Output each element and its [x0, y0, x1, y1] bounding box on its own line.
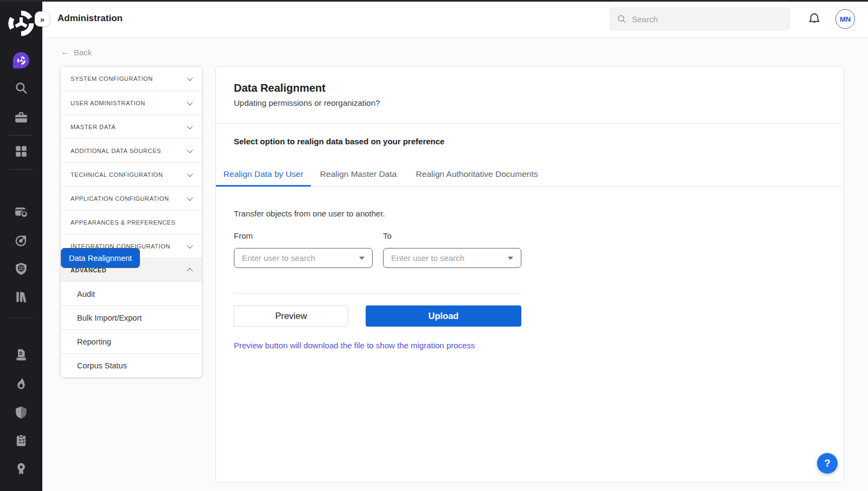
window-top-edge	[0, 0, 868, 2]
flame-activity-icon[interactable]	[0, 377, 42, 391]
tab-realign-data-by-user[interactable]: Realign Data by User	[216, 162, 311, 186]
user-avatar[interactable]: MN	[835, 9, 855, 29]
section-heading: Select option to realign data based on y…	[234, 137, 444, 146]
shield-protection-icon[interactable]	[0, 405, 42, 419]
security-globe-icon[interactable]	[0, 262, 42, 276]
billing-alerts-icon[interactable]	[0, 205, 42, 219]
card-subtitle: Updating permissions or reorganization?	[234, 98, 380, 107]
library-icon[interactable]	[0, 290, 42, 304]
from-user-select[interactable]	[234, 248, 373, 268]
chevron-down-icon	[187, 194, 193, 200]
clipboard-tasks-icon[interactable]	[0, 433, 42, 448]
chevron-down-icon	[187, 146, 193, 152]
preview-note: Preview button will download the file to…	[234, 341, 475, 350]
chevron-down-icon	[187, 99, 193, 105]
search-icon[interactable]	[0, 81, 42, 95]
to-label: To	[383, 231, 392, 240]
menu-item-data-realignment[interactable]: Data Realignment	[61, 248, 140, 268]
briefcase-icon[interactable]	[0, 111, 42, 125]
chevron-down-icon	[187, 123, 193, 129]
back-link[interactable]: ← Back	[61, 47, 92, 58]
global-search[interactable]	[609, 7, 790, 31]
dropdown-caret-icon	[359, 257, 365, 260]
chevron-up-icon	[187, 267, 193, 273]
rail-divider	[9, 317, 33, 318]
tab-realign-master-data[interactable]: Realign Master Data	[311, 162, 406, 186]
help-button[interactable]: ?	[817, 453, 838, 474]
to-user-input[interactable]	[391, 253, 503, 263]
chevron-down-icon	[187, 242, 193, 248]
menu-section-technical-configuration[interactable]: TECHNICAL CONFIGURATION	[61, 162, 202, 186]
rail-divider	[9, 169, 33, 170]
upload-button[interactable]: Upload	[366, 305, 521, 327]
menu-item-corpus-status[interactable]: Corpus Status	[61, 353, 202, 377]
preview-button[interactable]: Preview	[234, 305, 348, 327]
card-title: Data Realignment	[234, 82, 326, 94]
back-arrow-icon: ←	[61, 47, 70, 58]
menu-item-audit[interactable]: Audit	[61, 282, 202, 305]
from-label: From	[234, 231, 253, 240]
menu-section-user-administration[interactable]: USER ADMINISTRATION	[61, 91, 202, 114]
admin-menu: SYSTEM CONFIGURATION USER ADMINISTRATION…	[60, 66, 202, 378]
menu-section-appearances-preferences[interactable]: APPEARANCES & PREFERENCES	[61, 210, 202, 234]
menu-section-master-data[interactable]: MASTER DATA	[61, 114, 202, 138]
transfer-description: Transfer objects from one user to anothe…	[234, 209, 385, 218]
data-realignment-card: Data Realignment Updating permissions or…	[215, 66, 844, 483]
top-header: Administration MN	[42, 0, 868, 38]
left-rail	[0, 0, 42, 491]
notifications-bell-icon[interactable]	[807, 12, 821, 26]
dropdown-caret-icon	[508, 257, 513, 260]
to-user-select[interactable]	[383, 248, 521, 268]
target-goals-icon[interactable]	[0, 233, 42, 247]
menu-section-system-configuration[interactable]: SYSTEM CONFIGURATION	[61, 67, 202, 91]
form-divider	[234, 293, 521, 294]
from-user-input[interactable]	[242, 253, 355, 263]
brand-logo-icon	[7, 9, 35, 37]
active-tab-indicator	[216, 185, 311, 187]
back-label: Back	[74, 48, 92, 57]
dashboard-grid-icon[interactable]	[0, 144, 42, 158]
rail-divider	[9, 135, 33, 136]
sidebar-expand-button[interactable]: »	[35, 11, 50, 27]
assistant-bubble-icon[interactable]	[13, 52, 29, 68]
menu-item-reporting[interactable]: Reporting	[61, 329, 202, 353]
realign-tabs: Realign Data by User Realign Master Data…	[216, 162, 844, 187]
chevron-down-icon	[187, 170, 193, 176]
card-divider	[216, 123, 844, 124]
search-input[interactable]	[632, 15, 783, 24]
menu-section-application-configuration[interactable]: APPLICATION CONFIGURATION	[61, 186, 202, 210]
menu-section-additional-data-sources[interactable]: ADDITIONAL DATA SOURCES	[61, 138, 202, 162]
search-icon	[617, 14, 627, 24]
award-badge-icon[interactable]	[0, 462, 42, 476]
tab-realign-authoritative-documents[interactable]: Realign Authoritative Documents	[406, 162, 548, 186]
document-scan-icon[interactable]	[0, 348, 42, 362]
chevron-down-icon	[187, 75, 193, 81]
menu-item-bulk-import-export[interactable]: Bulk Import/Export	[61, 305, 202, 329]
page-title: Administration	[58, 13, 123, 24]
